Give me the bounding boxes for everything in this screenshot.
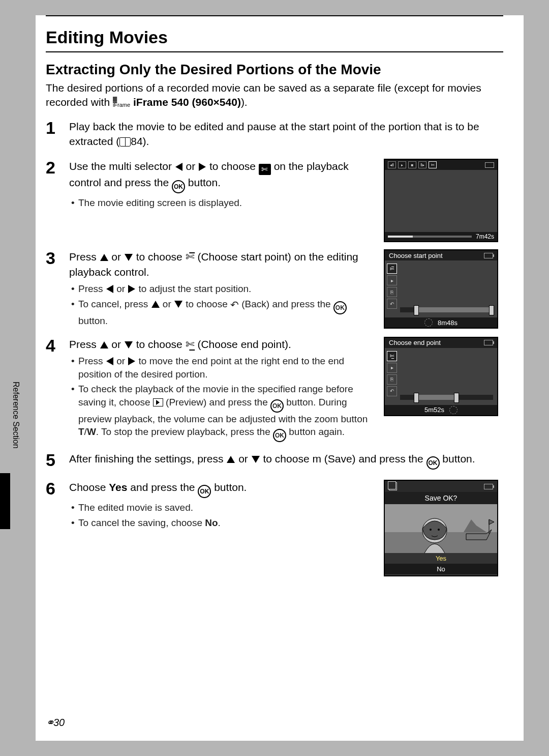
- step-number: 5: [46, 451, 63, 473]
- save-prompt: Save OK?: [385, 492, 497, 504]
- scissors-icon: ✄: [259, 164, 271, 175]
- step-4: 4 Press or to choose ✄̲ (Choose end poin…: [46, 337, 503, 445]
- step-number: 2: [46, 159, 63, 242]
- preview-icon: ▸: [387, 275, 397, 285]
- svg-point-4: [438, 529, 440, 531]
- ok-icon: OK: [198, 485, 211, 498]
- figure-playback: ◂Ⅱ ▸ ■ Ⅱ▸ ✄ 7m42s: [384, 159, 498, 242]
- side-tab: [0, 473, 10, 529]
- step-6: 6 Choose Yes and press the OK button. Th…: [46, 480, 503, 576]
- up-icon: [100, 341, 108, 348]
- svg-point-3: [430, 529, 432, 531]
- ok-icon: OK: [426, 456, 440, 470]
- up-icon: [100, 254, 108, 261]
- page-title: Editing Movies: [46, 20, 524, 47]
- battery-icon: [484, 253, 493, 258]
- ff-icon: Ⅱ▸: [418, 161, 426, 168]
- spinner-icon: [424, 318, 433, 327]
- step-number: 1: [46, 119, 63, 152]
- battery-icon: [484, 340, 493, 345]
- left-icon: [106, 285, 113, 293]
- down-icon: [125, 341, 133, 348]
- up-icon: [151, 301, 160, 308]
- bullet: The edited movie is saved.: [69, 501, 378, 514]
- rewind-icon: ◂Ⅱ: [388, 161, 396, 168]
- up-icon: [227, 456, 235, 463]
- step-5: 5 After finishing the settings, press or…: [46, 451, 503, 473]
- ok-icon: OK: [172, 180, 185, 193]
- option-yes: Yes: [385, 553, 497, 564]
- right-icon: [199, 163, 206, 171]
- section-title: Extracting Only the Desired Portions of …: [46, 62, 503, 78]
- option-no: No: [385, 564, 497, 574]
- stop-icon: ■: [408, 161, 416, 168]
- play-icon: ▸: [398, 161, 406, 168]
- timestamp: 7m42s: [476, 233, 494, 240]
- preview-icon: ▸: [387, 363, 397, 373]
- intro-text: The desired portions of a recorded movie…: [46, 81, 503, 110]
- back-icon: ↶: [387, 299, 397, 309]
- figure-header: Choose end point: [389, 339, 441, 346]
- step-1: 1 Play back the movie to be edited and p…: [46, 119, 503, 152]
- bullet: Press or to move the end point at the ri…: [69, 355, 378, 381]
- left-icon: [175, 163, 182, 171]
- down-icon: [252, 456, 260, 463]
- copy-icon: [389, 482, 397, 490]
- back-icon: ↶: [387, 386, 397, 396]
- bullet: To check the playback of the movie in th…: [69, 383, 378, 442]
- edit-icon: ✄: [429, 161, 437, 168]
- iframe-icon: ▓iFrame: [113, 97, 130, 108]
- battery-icon: [485, 162, 494, 168]
- figure-header: Choose start point: [389, 252, 443, 259]
- book-icon: [119, 137, 131, 147]
- figure-choose-end: Choose end point ✄̲ ▸ ⎘ ↶ 5m52s: [384, 337, 498, 416]
- step-3: 3 Press or to choose ✄̅ (Choose start po…: [46, 249, 503, 329]
- page-number: ⚭30: [46, 716, 65, 729]
- figure-save: Save OK?: [384, 480, 498, 576]
- step-2: 2 Use the multi selector or to choose ✄ …: [46, 159, 503, 242]
- bullet: The movie editing screen is displayed.: [69, 196, 378, 210]
- ok-icon: OK: [333, 301, 347, 314]
- down-icon: [174, 301, 182, 308]
- end-point-icon: ✄̲: [387, 351, 397, 361]
- bullet: To cancel the saving, choose No.: [69, 516, 378, 530]
- ok-icon: OK: [273, 429, 286, 442]
- step-number: 3: [46, 249, 63, 329]
- preview-icon: [153, 398, 163, 406]
- right-icon: [128, 357, 135, 365]
- figure-choose-start: Choose start point ✄̅ ▸ ⎘ ↶ 8m48s: [384, 249, 498, 329]
- left-icon: [106, 357, 113, 365]
- link-icon: ⚭: [46, 717, 53, 728]
- ok-icon: OK: [270, 399, 284, 413]
- step-number: 4: [46, 337, 63, 445]
- end-point-icon: ✄̲: [186, 338, 195, 350]
- right-icon: [128, 285, 135, 293]
- scene-illustration: [385, 504, 497, 553]
- bullet: Press or to adjust the start position.: [69, 282, 378, 296]
- save-icon: ⎘: [387, 374, 397, 385]
- spinner-icon: [449, 406, 458, 414]
- start-point-icon: ✄̅: [387, 264, 397, 274]
- bullet: To cancel, press or to choose ↶ (Back) a…: [69, 298, 378, 328]
- down-icon: [125, 254, 133, 261]
- step-number: 6: [46, 480, 63, 576]
- back-icon: ↶: [230, 298, 239, 312]
- save-icon: ⎘: [387, 287, 397, 297]
- start-point-icon: ✄̅: [186, 251, 195, 263]
- timestamp: 8m48s: [438, 319, 458, 327]
- timestamp: 5m52s: [424, 406, 444, 414]
- battery-icon: [484, 484, 493, 489]
- side-label: Reference Section: [11, 382, 20, 483]
